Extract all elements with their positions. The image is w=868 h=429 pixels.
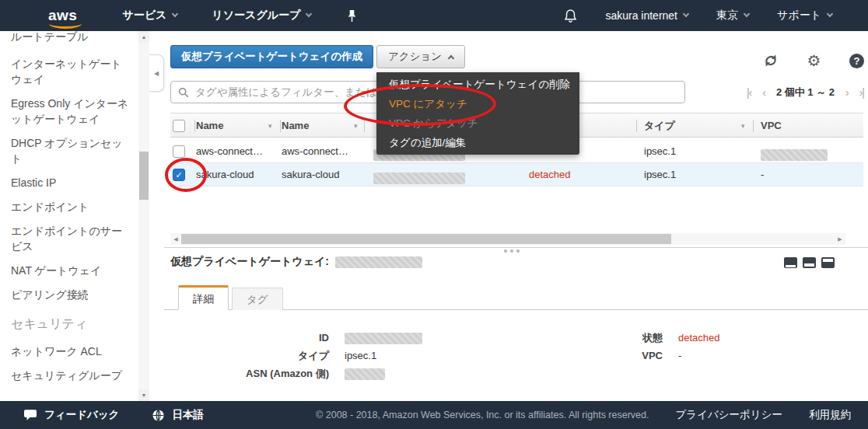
cell-type: ipsec.1 (644, 163, 676, 187)
sidebar-item-internet-gateway[interactable]: インターネットゲートウェイ (11, 56, 131, 87)
sidebar-collapse-tab[interactable]: ◀ (149, 54, 164, 92)
aws-console-page: aws サービス リソースグループ sakura internet (0, 0, 868, 429)
sidebar-item-egress-only-igw[interactable]: Egress Only インターネットゲートウェイ (11, 96, 131, 127)
vpc-sidebar: ルートテーブル インターネットゲートウェイ Egress Only インターネッ… (0, 31, 138, 401)
panel-drag-handle[interactable] (504, 249, 520, 253)
nav-support-menu[interactable]: サポート (777, 9, 832, 23)
nav-region-label: 東京 (716, 9, 738, 23)
scroll-down-arrow-icon[interactable]: ▼ (138, 389, 149, 401)
column-divider (280, 120, 281, 132)
sort-caret-icon[interactable]: ▾ (741, 113, 745, 138)
actions-button-label: アクション (388, 46, 442, 68)
notifications-bell-icon[interactable] (564, 9, 577, 23)
tab-details[interactable]: 詳細 (178, 285, 229, 310)
pane-layout-bottom-icon[interactable] (784, 257, 797, 268)
terms-link[interactable]: 利用規約 (809, 408, 851, 422)
footer: フィードバック 日本語 © 2008 - 2018, Amazon Web Se… (0, 401, 868, 429)
nav-account-label: sakura internet (605, 9, 677, 22)
chevron-down-icon (744, 11, 750, 17)
nav-region-menu[interactable]: 東京 (716, 9, 749, 23)
chevron-down-icon (172, 11, 178, 17)
chevron-up-icon (448, 54, 454, 61)
create-vgw-button[interactable]: 仮想プライベートゲートウェイの作成 (170, 45, 373, 68)
menu-item-delete-vgw[interactable]: 仮想プライベートゲートウェイの削除 (376, 75, 579, 94)
column-header-name[interactable]: Name (196, 113, 223, 138)
privacy-policy-link[interactable]: プライバシーポリシー (675, 408, 782, 422)
sidebar-scrollbar-thumb[interactable] (139, 152, 149, 200)
scroll-right-arrow-icon[interactable]: ▶ (835, 233, 845, 245)
pagination-first-icon[interactable]: |‹ (747, 86, 751, 99)
actions-button[interactable]: アクション (376, 45, 465, 68)
scroll-left-arrow-icon[interactable]: ◀ (170, 233, 181, 245)
search-icon (178, 87, 189, 98)
horizontal-scrollbar-thumb[interactable] (181, 234, 671, 244)
column-divider (364, 120, 365, 132)
cell-type: ipsec.1 (644, 140, 676, 163)
column-divider (753, 120, 754, 132)
column-divider (636, 120, 637, 132)
field-status: 状態 detached (164, 331, 868, 345)
pagination-next-icon[interactable]: › (845, 86, 849, 99)
sidebar-item-peering[interactable]: ピアリング接続 (11, 287, 131, 302)
horizontal-scrollbar[interactable]: ◀ ▶ (170, 233, 845, 245)
chevron-down-icon (306, 11, 312, 17)
pin-icon[interactable] (347, 9, 357, 23)
sidebar-item-endpoint[interactable]: エンドポイント (11, 199, 131, 214)
actions-dropdown-menu: 仮想プライベートゲートウェイの削除 VPC にアタッチ VPC からデタッチ タ… (376, 72, 579, 155)
nav-services-menu[interactable]: サービス (122, 9, 177, 23)
sidebar-section-security: セキュリティ (11, 316, 131, 333)
sidebar-item-nat-gateway[interactable]: NAT ゲートウェイ (11, 263, 131, 278)
row-checkbox[interactable] (173, 145, 185, 158)
help-icon[interactable]: ? (849, 54, 864, 68)
select-all-checkbox[interactable] (173, 120, 185, 132)
chevron-down-icon (683, 11, 689, 17)
menu-item-edit-tags[interactable]: タグの追加/編集 (376, 133, 579, 152)
sidebar-item-security-group[interactable]: セキュリティグループ (11, 368, 131, 383)
pagination-last-icon[interactable]: ›| (859, 86, 864, 99)
language-selector[interactable]: 日本語 (152, 408, 204, 422)
sort-caret-icon[interactable]: ▾ (354, 113, 358, 138)
scroll-up-arrow-icon[interactable]: ▲ (138, 31, 149, 43)
navbar-right: sakura internet 東京 サポート (564, 9, 868, 23)
cell-vpc-redacted (761, 140, 828, 163)
cell-id-redacted (373, 163, 465, 187)
gear-icon[interactable]: ⚙ (807, 53, 821, 68)
menu-item-attach-to-vpc[interactable]: VPC にアタッチ (376, 94, 579, 113)
feedback-button[interactable]: フィードバック (23, 408, 119, 422)
pane-layout-top-icon[interactable] (821, 257, 835, 268)
column-header-name2[interactable]: Name (282, 113, 309, 138)
sidebar-scrollbar[interactable]: ▲ ▼ (138, 31, 149, 401)
refresh-icon[interactable] (763, 53, 779, 68)
sidebar-item-elastic-ip[interactable]: Elastic IP (11, 175, 131, 190)
column-header-vpc[interactable]: VPC (761, 113, 782, 138)
column-divider (194, 120, 195, 132)
nav-support-label: サポート (777, 9, 821, 23)
navbar-left: aws サービス リソースグループ (0, 7, 357, 24)
column-header-type[interactable]: タイプ (644, 113, 675, 138)
menu-item-detach-from-vpc: VPC からデタッチ (376, 113, 579, 133)
toolbar-icons: ⚙ ? (763, 53, 864, 68)
detail-panel-title: 仮想プライベートゲートウェイ: (170, 255, 422, 269)
table-row-sakura-cloud[interactable]: ✓ sakura-cloud sakura-cloud detached ips… (170, 163, 863, 187)
sidebar-item-endpoint-service[interactable]: エンドポイントのサービス (11, 223, 131, 254)
tab-tags[interactable]: タグ (232, 288, 283, 310)
sidebar-item-network-acl[interactable]: ネットワーク ACL (11, 344, 131, 359)
sidebar-item-route-tables[interactable]: ルートテーブル (11, 31, 131, 44)
redacted-value-block (345, 368, 385, 380)
pane-layout-half-icon[interactable] (803, 257, 816, 268)
nav-resource-groups-menu[interactable]: リソースグループ (212, 9, 311, 23)
pagination-prev-icon[interactable]: ‹ (762, 86, 765, 99)
chevron-down-icon (827, 11, 833, 17)
pagination-label: 2 個中 1 ～ 2 (776, 85, 835, 99)
cell-name: sakura-cloud (196, 163, 254, 187)
sort-caret-icon[interactable]: ▾ (268, 113, 272, 138)
collapse-left-arrow-icon: ◀ (154, 70, 159, 77)
nav-account-menu[interactable]: sakura internet (605, 9, 688, 22)
pane-layout-controls (784, 257, 835, 268)
top-navbar: aws サービス リソースグループ sakura internet (0, 0, 868, 31)
aws-logo[interactable]: aws (48, 7, 77, 24)
sidebar-item-dhcp-option-set[interactable]: DHCP オプションセット (11, 135, 131, 166)
field-asn: ASN (Amazon 側) (164, 367, 522, 381)
row-checkbox-checked[interactable]: ✓ (173, 169, 185, 181)
field-vpc: VPC - (164, 349, 868, 363)
